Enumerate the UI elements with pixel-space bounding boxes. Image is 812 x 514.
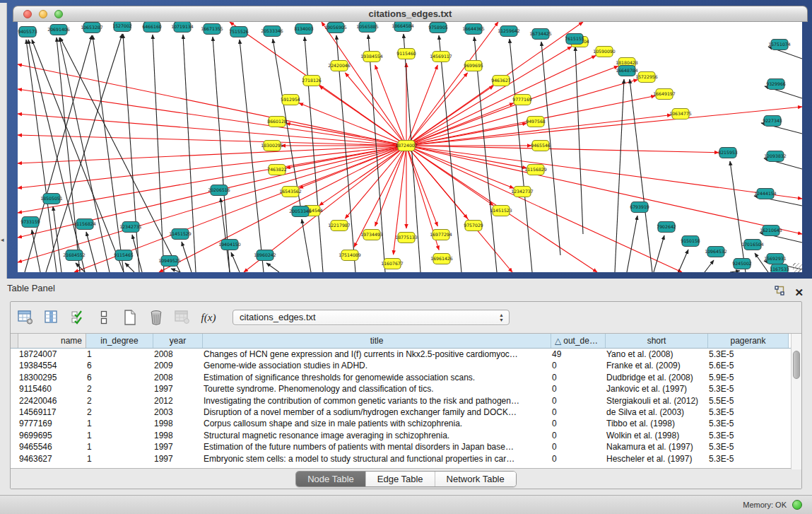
collapse-arrow-icon[interactable]: ◂ — [1, 236, 4, 243]
graph-node[interactable]: 7902642 — [657, 222, 676, 233]
graph-node[interactable]: 16961426 — [430, 254, 453, 264]
graph-node[interactable]: 15722956 — [635, 72, 658, 83]
graph-node[interactable]: 6466160 — [142, 22, 162, 33]
column-header-title[interactable]: title — [203, 334, 551, 348]
graph-node[interactable]: 21684552 — [63, 250, 86, 261]
graph-node[interactable]: 12444154 — [754, 189, 777, 199]
scrollbar-thumb[interactable] — [793, 351, 800, 379]
table-mode-icon[interactable] — [16, 308, 35, 327]
graph-node[interactable]: 9777169 — [512, 95, 532, 105]
table-row[interactable]: 1830029562008Estimation of significance … — [11, 372, 792, 383]
graph-node[interactable]: 8660128 — [267, 117, 287, 127]
column-visibility-icon[interactable] — [42, 308, 61, 327]
column-header-name[interactable]: name — [18, 334, 86, 348]
graph-node[interactable]: 10964532 — [705, 247, 727, 257]
graph-node[interactable]: 11156829 — [524, 165, 547, 175]
tab-node-table[interactable]: Node Table — [296, 472, 365, 486]
table-row[interactable]: 946362711997Embryonic stem cells: a mode… — [11, 453, 792, 465]
graph-node[interactable]: 12342731 — [119, 222, 142, 233]
graph-node[interactable]: 9329966 — [766, 79, 786, 90]
network-canvas[interactable]: 1872400794655469497568977716994636279699… — [18, 22, 802, 272]
column-header-out_de[interactable]: △out_de… — [551, 334, 606, 348]
graph-node[interactable]: 10653287 — [81, 23, 103, 33]
column-select-icon[interactable] — [69, 308, 87, 327]
graph-node[interactable]: 12217987 — [328, 221, 351, 231]
graph-node[interactable]: 7615155 — [565, 34, 584, 45]
graph-node[interactable]: 10565885 — [356, 22, 379, 33]
graph-node[interactable]: 18724007 — [395, 141, 418, 151]
graph-node[interactable]: 9150158 — [681, 236, 700, 247]
graph-node[interactable]: 9497568 — [526, 117, 546, 127]
graph-node[interactable]: 9465546 — [531, 141, 551, 151]
close-window-button[interactable] — [23, 10, 32, 18]
graph-node[interactable]: 16649197 — [653, 89, 676, 100]
graph-node[interactable]: 9227343 — [763, 116, 782, 127]
graph-node[interactable]: 9463627 — [491, 76, 511, 86]
graph-node[interactable]: 16671355 — [201, 24, 223, 35]
graph-node[interactable]: 12093832 — [764, 151, 787, 162]
graph-node[interactable]: 20206516 — [208, 185, 230, 196]
graph-node[interactable]: 10949525 — [158, 256, 181, 267]
graph-node[interactable]: 8134003 — [294, 24, 314, 35]
graph-node[interactable]: 16210643 — [760, 226, 782, 236]
graph-node[interactable]: 17514089 — [339, 250, 361, 261]
graph-node[interactable]: 19384554 — [360, 52, 383, 62]
graph-node[interactable]: 18960242 — [254, 250, 276, 261]
graph-node[interactable]: 2718126 — [302, 76, 322, 86]
table-row[interactable]: 1872400712008Changes of HCN gene express… — [11, 349, 792, 360]
tab-edge-table[interactable]: Edge Table — [365, 472, 435, 486]
row-height-icon[interactable] — [95, 308, 113, 327]
graph-node[interactable]: 15692931 — [764, 254, 787, 264]
graph-node[interactable]: 20053346 — [289, 206, 312, 217]
graph-node[interactable]: 1527002 — [112, 22, 132, 32]
graph-node[interactable]: 11607677 — [381, 259, 404, 269]
table-row[interactable]: 977716911998Corpus callosum shape and si… — [11, 418, 792, 429]
graph-node[interactable]: 11451529 — [169, 229, 192, 240]
column-header-year[interactable]: year — [153, 334, 203, 348]
graph-node[interactable]: 12342737 — [511, 187, 534, 197]
graph-node[interactable]: 11156824 — [73, 219, 96, 230]
graph-node[interactable]: 16648784 — [616, 66, 638, 76]
panel-collapse-strip[interactable]: ◂ — [0, 3, 7, 279]
table-row[interactable]: 1938455462009Genome-wide association stu… — [11, 360, 792, 371]
graph-node[interactable]: 16543562 — [279, 187, 302, 197]
network-window-titlebar[interactable]: citations_edges.txt — [13, 6, 808, 22]
zoom-window-button[interactable] — [54, 10, 63, 18]
graph-node[interactable]: 20691406 — [47, 25, 70, 35]
graph-node[interactable]: 14569117 — [430, 52, 452, 62]
resize-grip-icon[interactable] — [793, 263, 802, 272]
graph-node[interactable]: 9115460 — [396, 49, 416, 59]
new-column-icon[interactable] — [121, 308, 139, 327]
graph-node[interactable]: 9245002 — [732, 259, 752, 269]
graph-node[interactable]: 1167533 — [770, 264, 789, 273]
table-row[interactable]: 1456911722003Disruption of a novel membe… — [11, 407, 792, 418]
graph-node[interactable]: 9405573 — [18, 27, 37, 37]
table-row[interactable]: 911546021997Tourette syndrome. Phenomeno… — [11, 383, 792, 395]
table-row[interactable]: 969969511998Structural magnetic resonanc… — [11, 430, 792, 441]
float-panel-icon[interactable] — [775, 283, 784, 303]
graph-node[interactable]: 16644365 — [462, 24, 485, 35]
function-builder-icon[interactable]: f(x) — [199, 308, 218, 327]
graph-node[interactable]: 9115465 — [114, 250, 134, 261]
graph-node[interactable]: 19404150 — [218, 240, 241, 250]
graph-node[interactable]: 15751074 — [768, 40, 791, 50]
graph-node[interactable]: 5912954 — [281, 95, 300, 105]
graph-node[interactable]: 19734493 — [360, 230, 383, 240]
column-header-in_degree[interactable]: in_degree — [86, 334, 153, 348]
graph-node[interactable]: 20533346 — [261, 26, 283, 37]
graph-node[interactable]: 17016504 — [741, 240, 764, 250]
memory-ok-icon[interactable] — [792, 500, 802, 510]
graph-node[interactable]: 11451523 — [490, 206, 512, 216]
graph-node[interactable]: 10634775 — [669, 109, 692, 119]
graph-node[interactable]: 9758905 — [428, 23, 448, 33]
network-select[interactable]: citations_edges.txt ▲▼ — [233, 310, 510, 325]
column-header-short[interactable]: short — [606, 334, 708, 348]
graph-node[interactable]: 6793919 — [630, 202, 649, 213]
table-row[interactable]: 2242004622012Investigating the contribut… — [11, 395, 792, 407]
minimize-window-button[interactable] — [39, 10, 47, 18]
graph-node[interactable]: 7515526 — [229, 27, 249, 37]
graph-node[interactable]: 19056905 — [324, 23, 347, 33]
graph-node[interactable]: 9733159 — [20, 217, 40, 228]
table-row[interactable]: 946554611997Estimation of the future num… — [11, 441, 792, 452]
graph-node[interactable]: 8215953 — [718, 148, 738, 158]
